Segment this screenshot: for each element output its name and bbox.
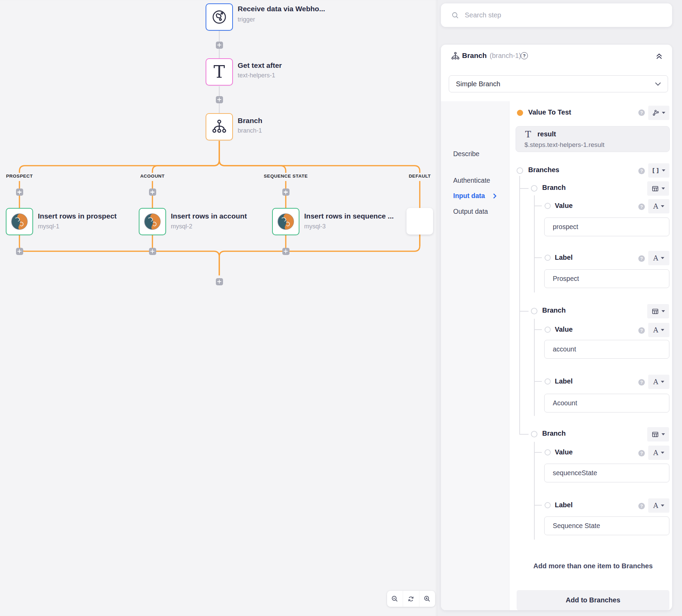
field-type-selector[interactable]: A — [648, 498, 669, 513]
help-icon[interactable]: ? — [638, 503, 645, 509]
field-radio[interactable] — [531, 185, 537, 192]
field-type-selector[interactable]: A — [648, 446, 669, 460]
mysql-node-3[interactable] — [272, 208, 299, 235]
branch-icon — [451, 51, 460, 61]
table-type-icon — [652, 185, 659, 192]
zoom-in-button[interactable] — [419, 591, 435, 607]
git-branch-icon — [652, 109, 659, 116]
add-step-button[interactable] — [149, 189, 156, 196]
field-type-selector[interactable] — [647, 304, 669, 318]
mysql-2-subtitle: mysql-2 — [171, 223, 192, 230]
branch-1-label-input[interactable] — [544, 269, 669, 288]
add-step-button[interactable] — [216, 42, 223, 49]
mysql-2-title: Insert rows in account — [171, 212, 247, 220]
branch-path-label-prospect: PROSPECT — [6, 174, 33, 179]
branch-2-value-input[interactable] — [544, 340, 669, 359]
branch-step-title: Branch — [238, 117, 262, 125]
label-field-label: Label — [555, 254, 573, 261]
tree-line — [519, 311, 529, 312]
required-field-dot — [517, 110, 523, 116]
field-type-selector[interactable]: A — [648, 199, 669, 213]
operation-select[interactable]: Simple Branch — [449, 75, 668, 92]
mysql-node-2[interactable] — [139, 208, 166, 235]
help-icon[interactable]: ? — [638, 255, 645, 262]
text-helper-node[interactable]: T — [206, 58, 233, 86]
field-radio[interactable] — [531, 431, 537, 437]
nav-describe[interactable]: Describe — [453, 150, 479, 158]
collapse-panel-icon[interactable] — [655, 52, 663, 60]
text-step-title: Get text after — [238, 61, 282, 70]
mysql-node-1[interactable] — [6, 208, 33, 235]
branch-item-label: Branch — [542, 430, 566, 437]
tree-line — [534, 442, 535, 540]
add-step-button[interactable] — [16, 248, 23, 255]
branch-3-value-input[interactable] — [544, 464, 669, 482]
string-type-glyph: A — [653, 202, 658, 210]
table-type-icon — [652, 308, 659, 315]
field-type-selector[interactable]: A — [648, 251, 669, 265]
add-step-button[interactable] — [216, 278, 223, 285]
tree-line — [534, 381, 542, 382]
help-icon[interactable]: ? — [638, 327, 645, 334]
trigger-subtitle: trigger — [238, 16, 255, 23]
field-type-selector[interactable]: A — [648, 375, 669, 389]
caret-down-icon — [662, 187, 665, 190]
help-icon[interactable]: ? — [638, 379, 645, 386]
text-type-icon: T — [525, 129, 531, 139]
field-radio[interactable] — [545, 378, 551, 385]
help-icon[interactable]: ? — [521, 52, 528, 59]
field-type-selector[interactable]: [ ] — [648, 163, 669, 178]
operation-selected-value: Simple Branch — [456, 80, 500, 88]
tree-line — [519, 434, 529, 435]
field-radio[interactable] — [545, 255, 551, 261]
add-step-button[interactable] — [216, 96, 223, 103]
workflow-builder: Receive data via Webho... trigger T Get … — [0, 0, 682, 616]
refresh-icon — [407, 595, 415, 603]
help-icon[interactable]: ? — [638, 168, 645, 174]
branch-path-label-account: ACOOUNT — [140, 174, 165, 179]
branch-1-value-input[interactable] — [544, 217, 669, 236]
help-icon[interactable]: ? — [638, 204, 645, 210]
field-type-selector[interactable]: A — [648, 323, 669, 337]
nav-output-data[interactable]: Output data — [453, 208, 488, 215]
add-step-button[interactable] — [16, 189, 23, 196]
help-icon[interactable]: ? — [638, 450, 645, 456]
help-icon[interactable]: ? — [638, 109, 645, 116]
chevron-right-icon — [493, 193, 496, 199]
caret-down-icon — [661, 257, 664, 259]
add-step-button[interactable] — [282, 189, 290, 196]
zoom-out-button[interactable] — [387, 591, 403, 607]
tree-line — [519, 188, 529, 189]
mysql-icon — [277, 213, 295, 230]
zoom-out-icon — [391, 595, 399, 603]
search-input[interactable] — [464, 11, 672, 19]
default-branch-placeholder-node[interactable] — [406, 208, 433, 235]
field-radio[interactable] — [545, 502, 551, 508]
branch-3-label-input[interactable] — [544, 516, 669, 535]
branch-node[interactable] — [206, 113, 233, 140]
trigger-node[interactable] — [206, 3, 233, 31]
add-branches-hint: Add more than one item to Branches — [517, 562, 669, 570]
add-step-button[interactable] — [149, 248, 156, 255]
branch-2-label-input[interactable] — [544, 394, 669, 412]
nav-input-data[interactable]: Input data — [453, 192, 496, 200]
text-step-subtitle: text-helpers-1 — [238, 72, 275, 79]
reset-view-button[interactable] — [403, 591, 419, 607]
workflow-connectors — [0, 0, 438, 616]
field-radio[interactable] — [545, 203, 551, 209]
workflow-canvas[interactable]: Receive data via Webho... trigger T Get … — [0, 0, 438, 616]
trigger-title: Receive data via Webho... — [238, 5, 325, 13]
add-to-branches-button[interactable]: Add to Branches — [517, 590, 669, 610]
field-radio[interactable] — [545, 327, 551, 333]
value-field-label: Value — [555, 448, 573, 456]
field-type-selector[interactable] — [647, 181, 669, 196]
add-step-button[interactable] — [282, 248, 290, 255]
field-radio[interactable] — [531, 308, 537, 314]
field-radio[interactable] — [517, 167, 523, 174]
nav-authenticate[interactable]: Authenticate — [453, 177, 490, 184]
text-icon: T — [213, 63, 225, 80]
field-type-selector[interactable] — [648, 106, 669, 120]
value-to-test-token[interactable]: T result $.steps.text-helpers-1.result — [516, 126, 670, 152]
field-type-selector[interactable] — [647, 427, 669, 441]
field-radio[interactable] — [545, 449, 551, 455]
